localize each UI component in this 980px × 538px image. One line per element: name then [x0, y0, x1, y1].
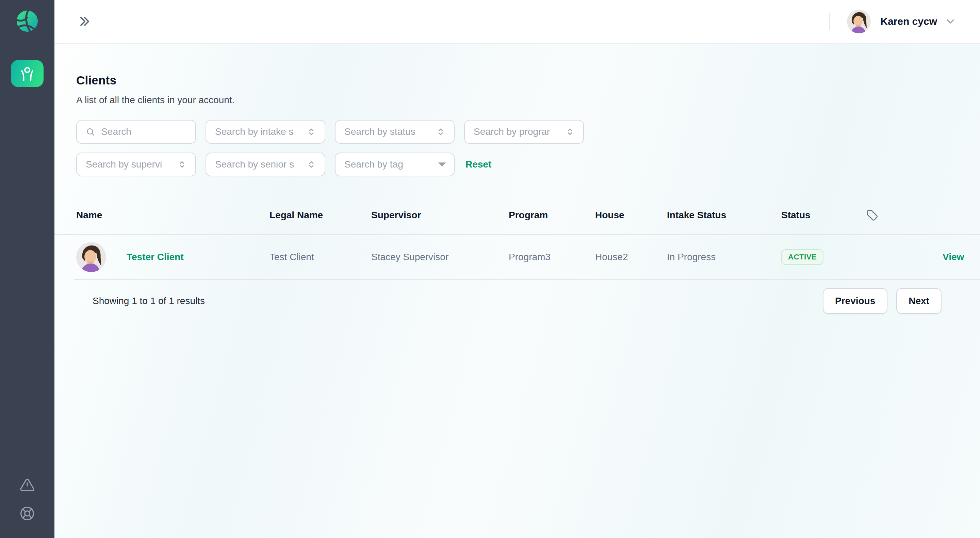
col-supervisor: Supervisor: [371, 210, 509, 221]
table-header-row: Name Legal Name Supervisor Program House…: [76, 196, 964, 234]
sidebar-expand-button[interactable]: [78, 15, 91, 28]
cell-program: Program3: [509, 252, 595, 263]
client-avatar: [76, 242, 106, 272]
table-row: Tester Client Test Client Stacey Supervi…: [76, 235, 964, 279]
sidebar: [0, 0, 54, 538]
updown-selector-icon: [306, 127, 317, 137]
tag-select[interactable]: Search by tag: [335, 153, 455, 176]
user-menu-name[interactable]: Karen cycw: [880, 16, 937, 27]
clients-page: Clients A list of all the clients in you…: [54, 43, 980, 538]
search-icon: [86, 126, 95, 137]
clients-table: Name Legal Name Supervisor Program House…: [76, 196, 964, 280]
updown-selector-icon: [177, 160, 187, 169]
pagination: Showing 1 to 1 of 1 results Previous Nex…: [76, 288, 964, 314]
status-badge: ACTIVE: [781, 249, 824, 265]
table-row-divider: [74, 279, 980, 280]
user-avatar[interactable]: [847, 10, 871, 34]
expand-double-chevron-icon: [78, 15, 91, 28]
updown-selector-icon: [306, 160, 317, 169]
app-logo-icon[interactable]: [16, 10, 38, 32]
alert-triangle-icon[interactable]: [20, 477, 35, 492]
cell-legal-name: Test Client: [269, 252, 371, 263]
person-arms-up-icon: [19, 66, 35, 81]
topbar: Karen cycw: [54, 0, 980, 43]
col-status: Status: [781, 210, 865, 221]
cell-supervisor: Stacey Supervisor: [371, 252, 509, 263]
col-name: Name: [76, 210, 269, 221]
col-intake-status: Intake Status: [667, 210, 781, 221]
view-client-link[interactable]: View: [943, 252, 964, 262]
updown-selector-icon: [436, 127, 446, 137]
topbar-divider: [829, 13, 830, 30]
life-buoy-icon[interactable]: [20, 506, 35, 521]
sidebar-item-clients[interactable]: [11, 60, 43, 87]
tag-icon: [865, 209, 878, 222]
cell-intake-status: In Progress: [667, 252, 781, 263]
program-select[interactable]: Search by prograr: [464, 120, 584, 144]
reset-filters-button[interactable]: Reset: [466, 159, 492, 170]
col-program: Program: [509, 210, 595, 221]
next-button[interactable]: Next: [896, 288, 942, 314]
col-house: House: [595, 210, 667, 221]
page-subtitle: A list of all the clients in your accoun…: [76, 95, 964, 105]
search-input[interactable]: [101, 126, 187, 137]
cell-house: House2: [595, 252, 667, 263]
col-legal-name: Legal Name: [269, 210, 371, 221]
results-summary: Showing 1 to 1 of 1 results: [92, 295, 205, 307]
updown-selector-icon: [565, 127, 575, 137]
previous-button[interactable]: Previous: [823, 288, 888, 314]
chevron-down-icon[interactable]: [945, 16, 956, 27]
intake-status-select[interactable]: Search by intake s: [205, 120, 325, 144]
status-select[interactable]: Search by status: [335, 120, 455, 144]
senior-select[interactable]: Search by senior s: [205, 153, 325, 176]
triangle-down-icon: [438, 163, 446, 167]
filters: Search by intake s Search by status: [76, 120, 964, 176]
client-name-link[interactable]: Tester Client: [127, 252, 184, 263]
page-title: Clients: [76, 73, 964, 87]
supervisor-select[interactable]: Search by supervi: [76, 153, 196, 176]
search-input-wrap[interactable]: [76, 120, 196, 144]
